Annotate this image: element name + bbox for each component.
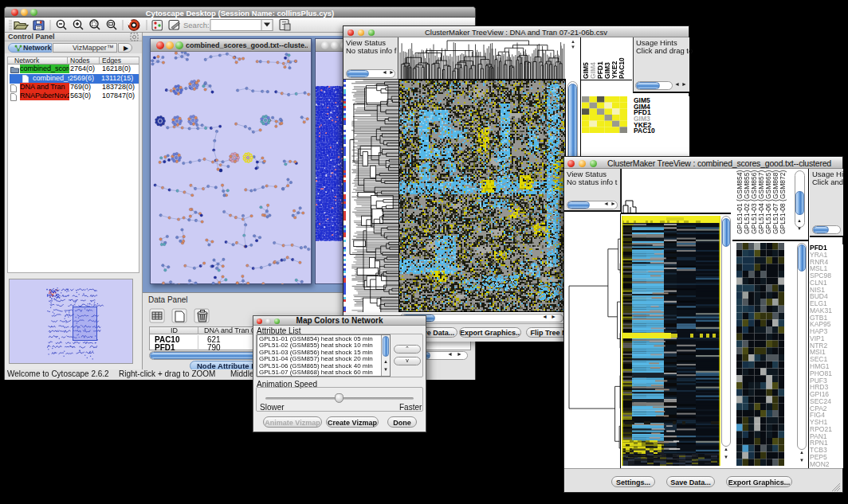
svg-text:Search:: Search: (183, 21, 210, 29)
